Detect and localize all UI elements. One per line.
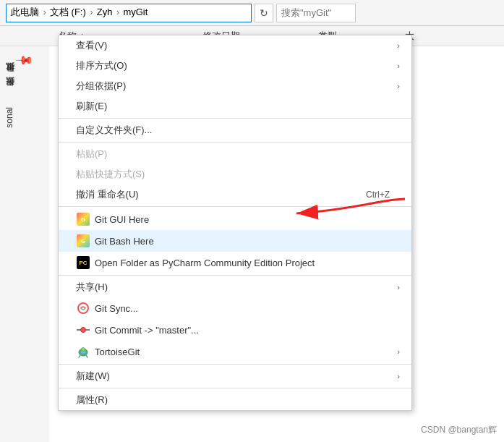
- svg-point-6: [82, 348, 85, 352]
- sidebar-item-sonal[interactable]: sonal: [0, 100, 19, 135]
- tortoise-icon: [76, 344, 90, 359]
- menu-item-group[interactable]: 分组依据(P) ›: [59, 76, 411, 96]
- menu-item-paste[interactable]: 粘贴(P): [59, 144, 411, 164]
- submenu-arrow-sort: ›: [397, 61, 400, 70]
- pin-icon: 📌: [14, 50, 35, 70]
- menu-item-git-bash[interactable]: G Git Bash Here: [59, 230, 411, 252]
- menu-item-share[interactable]: 共享(H) ›: [59, 277, 411, 297]
- menu-item-new[interactable]: 新建(W) ›: [59, 366, 411, 386]
- menu-item-view[interactable]: 查看(V) ›: [59, 35, 411, 56]
- svg-point-0: [78, 303, 88, 313]
- sidebar-item-fruit[interactable]: 果数据: [0, 85, 21, 100]
- git-gui-icon: G: [76, 212, 90, 226]
- menu-item-sort[interactable]: 排序方式(O) ›: [59, 56, 411, 76]
- sep-4: [59, 275, 411, 276]
- sep-3: [59, 206, 411, 207]
- undo-shortcut: Ctrl+Z: [366, 190, 390, 200]
- menu-item-tortoise[interactable]: TortoiseGit ›: [59, 341, 411, 362]
- sep-6: [59, 388, 411, 388]
- submenu-arrow-tortoise: ›: [397, 347, 400, 356]
- menu-item-undo[interactable]: 撤消 重命名(U) Ctrl+Z: [59, 184, 411, 205]
- submenu-arrow-view: ›: [397, 41, 400, 50]
- address-bar: 此电脑 › 文档 (F:) › Zyh › myGit ↻: [0, 0, 504, 26]
- sidebar-item-batch[interactable]: 批量抓取: [0, 71, 21, 85]
- menu-item-git-sync[interactable]: Git Sync...: [59, 297, 411, 319]
- address-part-computer: 此电脑: [11, 7, 39, 17]
- submenu-arrow-new: ›: [397, 372, 400, 381]
- watermark: CSDN @bangtan辉: [421, 424, 497, 436]
- sep2: ›: [90, 7, 95, 17]
- address-part-zyh: Zyh: [97, 7, 113, 17]
- address-input[interactable]: 此电脑 › 文档 (F:) › Zyh › myGit: [6, 4, 252, 22]
- sep-5: [59, 364, 411, 365]
- sep-2: [59, 142, 411, 143]
- menu-item-properties[interactable]: 属性(R): [59, 390, 411, 410]
- git-commit-icon: [76, 323, 90, 337]
- menu-item-git-commit[interactable]: Git Commit -> "master"...: [59, 319, 411, 341]
- git-sync-icon: [76, 301, 90, 315]
- sep-1: [59, 118, 411, 119]
- search-input[interactable]: [276, 4, 356, 22]
- sep3: ›: [116, 7, 121, 17]
- pycharm-icon: PC: [76, 255, 90, 270]
- svg-line-7: [79, 355, 80, 357]
- menu-item-pycharm[interactable]: PC Open Folder as PyCharm Community Edit…: [59, 252, 411, 273]
- sidebar: 📌 批量抓取 果数据 sonal: [0, 46, 49, 135]
- menu-item-customize[interactable]: 自定义文件夹(F)...: [59, 120, 411, 140]
- refresh-button[interactable]: ↻: [255, 4, 273, 22]
- context-menu: 查看(V) › 排序方式(O) › 分组依据(P) › 刷新(E) 自定义文件夹…: [58, 35, 412, 411]
- menu-item-git-gui[interactable]: G Git GUI Here: [59, 208, 411, 230]
- submenu-arrow-share: ›: [397, 283, 400, 292]
- sep1: ›: [43, 7, 48, 17]
- menu-item-refresh[interactable]: 刷新(E): [59, 96, 411, 116]
- svg-line-8: [86, 355, 87, 357]
- submenu-arrow-group: ›: [397, 82, 400, 90]
- menu-item-paste-shortcut[interactable]: 粘贴快捷方式(S): [59, 164, 411, 184]
- address-part-mygit: myGit: [123, 7, 148, 17]
- address-part-docs: 文档 (F:): [50, 7, 86, 17]
- svg-point-1: [81, 328, 86, 333]
- git-bash-icon: G: [76, 234, 90, 248]
